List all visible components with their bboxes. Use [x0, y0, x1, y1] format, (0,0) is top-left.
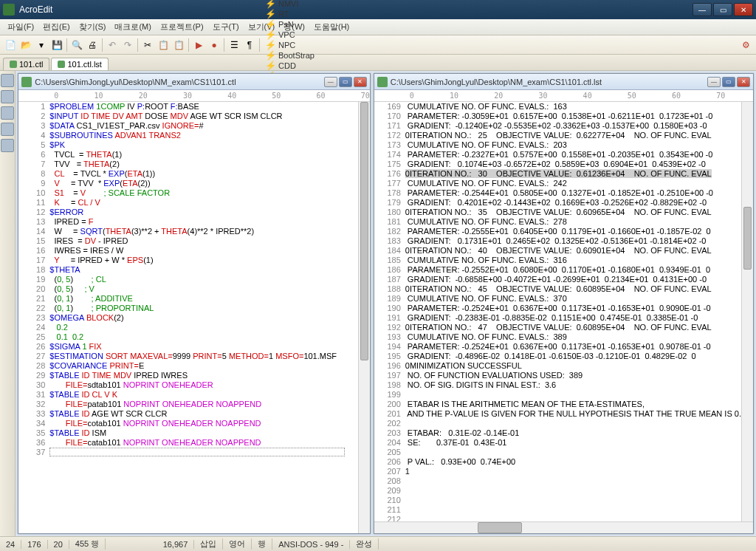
print-icon[interactable]: 🖨 — [85, 38, 100, 52]
side-tool-1[interactable] — [1, 74, 14, 87]
run-icon[interactable]: ▶ — [191, 38, 206, 52]
toolbar-action-bootstrap[interactable]: ⚡BootStrap — [262, 50, 317, 61]
tab[interactable]: 101.ctl — [3, 58, 49, 70]
app-icon — [3, 4, 15, 16]
pane-close-button[interactable]: ✕ — [354, 77, 367, 87]
right-pane-path: C:\Users\GhimJongLyul\Desktop\NM_exam\CS… — [391, 78, 707, 86]
menu-item[interactable]: 파일(F) — [3, 20, 38, 34]
status-lang: 영어 — [223, 538, 252, 550]
app-title: AcroEdit — [19, 4, 693, 15]
wrap-icon[interactable]: ¶ — [242, 38, 257, 52]
pane-max-button[interactable]: ▭ — [722, 77, 735, 87]
toolbar-action-rt[interactable]: ⚡RT — [262, 9, 317, 19]
side-tool-3[interactable] — [1, 106, 14, 120]
status-line: 176 — [21, 540, 47, 549]
toolbar-end: ⚙ — [738, 38, 753, 52]
bolt-icon: ⚡ — [265, 50, 276, 61]
status-mode: 삽입 — [194, 538, 223, 550]
file-icon — [21, 77, 32, 87]
window-buttons: — ▭ ✕ — [693, 3, 753, 16]
pane-min-button[interactable]: — — [324, 77, 337, 87]
left-pane-path: C:\Users\GhimJongLyul\Desktop\NM_exam\CS… — [35, 78, 323, 86]
tab-icon — [10, 61, 17, 68]
menu-item[interactable]: 편집(E) — [38, 20, 75, 34]
separator — [188, 38, 189, 52]
bolt-icon: ⚡ — [265, 40, 276, 50]
left-gutter: 1 2 3 4 5 6 7 8 9 10 11 12 13 14 15 16 1… — [18, 102, 49, 533]
status-col: 24 — [0, 540, 21, 549]
side-tool-5[interactable] — [1, 139, 14, 152]
dropdown-icon[interactable]: ▾ — [34, 38, 49, 52]
side-tool-4[interactable] — [1, 123, 14, 136]
menu-item[interactable]: 프로젝트(P) — [156, 20, 208, 34]
left-pane-titlebar: C:\Users\GhimJongLyul\Desktop\NM_exam\CS… — [18, 74, 369, 90]
menu-item[interactable]: 도구(T) — [208, 20, 244, 34]
left-editor[interactable]: 1 2 3 4 5 6 7 8 9 10 11 12 13 14 15 16 1… — [18, 102, 369, 533]
open-file-icon[interactable]: 📂 — [18, 38, 33, 52]
statusbar: 24 176 20 455 행 16,967 삽입 영어 행 ANSI-DOS … — [0, 536, 756, 551]
titlebar: AcroEdit — ▭ ✕ — [0, 0, 756, 19]
left-code[interactable]: $PROBLEM 1COMP IV P:ROOT F:BASE $INPUT I… — [49, 102, 357, 533]
menu-item[interactable]: 매크로(M) — [110, 20, 156, 34]
menubar: 파일(F)편집(E)찾기(S)매크로(M)프로젝트(P)도구(T)보기(V)창(… — [0, 19, 756, 35]
side-tool-2[interactable] — [1, 90, 14, 103]
tab[interactable]: 101.ctl.lst — [51, 58, 108, 70]
save-icon[interactable]: 💾 — [49, 38, 64, 52]
pane-min-button[interactable]: — — [707, 77, 721, 87]
bolt-icon: ⚡ — [265, 30, 276, 40]
separator — [224, 38, 224, 52]
close-button[interactable]: ✕ — [734, 3, 753, 16]
minimize-button[interactable]: — — [693, 3, 712, 16]
toolbar-action-vpc[interactable]: ⚡VPC — [262, 30, 317, 40]
right-code[interactable]: CUMULATIVE NO. OF FUNC. EVALS.: 163 PARA… — [405, 102, 741, 521]
status-sel: 20 — [48, 540, 69, 549]
separator — [137, 38, 138, 52]
status-bytes: 16,967 — [106, 540, 194, 549]
sidebar — [0, 71, 16, 536]
toolbar: 📄 📂 ▾ 💾 🔍 🖨 ↶ ↷ ✂ 📋 📋 ▶ ● ☰ ¶ ⚡NMVI2⚡NMV… — [0, 35, 756, 55]
right-editor[interactable]: 169 170 171 172 173 174 175 176 177 178 … — [374, 102, 753, 521]
toolbar-action-npc[interactable]: ⚡NPC — [262, 40, 317, 50]
tab-icon — [58, 61, 65, 68]
cut-icon[interactable]: ✂ — [140, 38, 155, 52]
scrollbar-vertical[interactable] — [741, 102, 753, 521]
record-icon[interactable]: ● — [207, 38, 221, 52]
bolt-icon: ⚡ — [265, 0, 276, 9]
redo-icon[interactable]: ↷ — [120, 38, 135, 52]
list-icon[interactable]: ☰ — [227, 38, 241, 52]
ruler: 0 10 20 30 40 50 60 70 — [374, 90, 753, 102]
pane-close-button[interactable]: ✕ — [737, 77, 750, 87]
panes: C:\Users\GhimJongLyul\Desktop\NM_exam\CS… — [16, 71, 756, 536]
print-preview-icon[interactable]: 🔍 — [69, 38, 84, 52]
maximize-button[interactable]: ▭ — [713, 3, 732, 16]
status-linemode: 행 — [252, 538, 272, 550]
right-pane: C:\Users\GhimJongLyul\Desktop\NM_exam\CS… — [374, 73, 754, 534]
right-pane-titlebar: C:\Users\GhimJongLyul\Desktop\NM_exam\CS… — [374, 74, 753, 90]
separator — [66, 38, 67, 52]
menu-item[interactable]: 찾기(S) — [75, 20, 111, 34]
pane-max-button[interactable]: ▭ — [339, 77, 352, 87]
scrollbar-vertical[interactable] — [358, 102, 370, 533]
bolt-icon: ⚡ — [265, 19, 276, 30]
new-file-icon[interactable]: 📄 — [3, 38, 18, 52]
scrollbar-horizontal[interactable] — [374, 521, 753, 533]
right-gutter: 169 170 171 172 173 174 175 176 177 178 … — [374, 102, 405, 521]
file-icon — [377, 77, 388, 87]
toolbar-action-cdd[interactable]: ⚡CDD — [262, 61, 317, 71]
settings-icon[interactable]: ⚙ — [738, 38, 753, 52]
status-state: 완성 — [350, 538, 379, 550]
separator — [102, 38, 103, 52]
tabbar: 101.ctl101.ctl.lst — [0, 55, 756, 71]
ruler: 0 10 20 30 40 50 60 70 — [18, 90, 369, 102]
toolbar-action-psn[interactable]: ⚡PsN — [262, 19, 317, 30]
separator — [259, 38, 260, 52]
toolbar-action-nmvi[interactable]: ⚡NMVI — [262, 0, 317, 9]
copy-icon[interactable]: 📋 — [156, 38, 171, 52]
status-enc: ANSI-DOS - 949 - — [272, 540, 350, 549]
paste-icon[interactable]: 📋 — [171, 38, 186, 52]
workspace: C:\Users\GhimJongLyul\Desktop\NM_exam\CS… — [0, 71, 756, 536]
bolt-icon: ⚡ — [265, 9, 276, 19]
undo-icon[interactable]: ↶ — [105, 38, 120, 52]
status-totlines: 455 행 — [69, 538, 106, 550]
left-pane: C:\Users\GhimJongLyul\Desktop\NM_exam\CS… — [18, 73, 370, 534]
